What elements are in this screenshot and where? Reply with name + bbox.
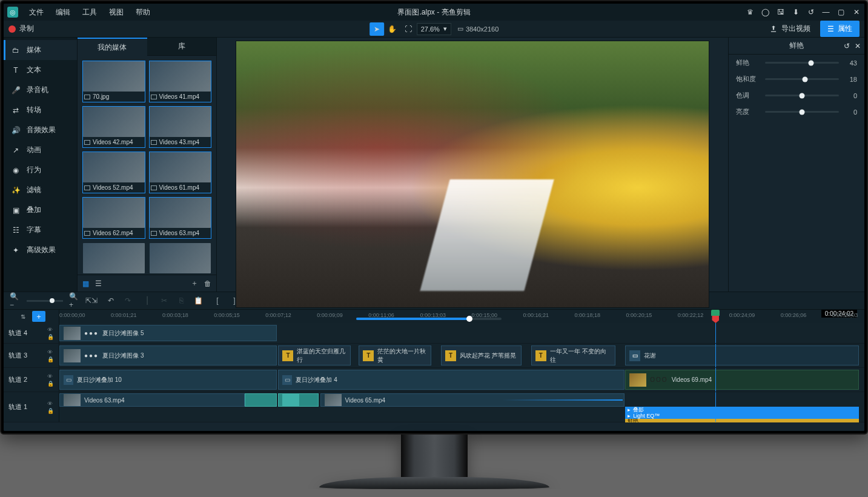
zoom-out-icon[interactable]: 🔍− — [10, 295, 21, 306]
export-button[interactable]: 导出视频 — [766, 21, 814, 36]
menu-view[interactable]: 视图 — [104, 5, 128, 20]
sidebar-item-animation[interactable]: ↗动画 — [4, 140, 77, 160]
prop-slider[interactable] — [765, 111, 839, 113]
crop-tool[interactable]: ⛶ — [401, 22, 416, 36]
save-icon[interactable]: 🖫 — [776, 8, 785, 17]
mark-in-icon[interactable]: [ — [212, 295, 223, 306]
media-thumb[interactable] — [149, 242, 212, 274]
sidebar-item-recorder[interactable]: 🎤录音机 — [4, 80, 77, 100]
title-clip[interactable]: ▭花谢 — [625, 345, 858, 365]
sidebar-item-text[interactable]: T文本 — [4, 60, 77, 80]
redo-icon[interactable]: ↷ — [122, 295, 133, 306]
sidebar-item-media[interactable]: 🗀媒体 — [4, 40, 77, 60]
record-button[interactable]: 录制 — [8, 24, 34, 34]
timeline-clip[interactable] — [278, 393, 318, 407]
lock-icon[interactable]: 🔒 — [47, 381, 54, 387]
resolution-display[interactable]: ▭ 3840x2160 — [457, 25, 499, 33]
eye-icon[interactable]: 👁 — [47, 349, 54, 355]
download-icon[interactable]: ⬇ — [791, 8, 800, 17]
menu-edit[interactable]: 编辑 — [51, 5, 75, 20]
zoom-slider[interactable] — [27, 300, 63, 302]
timeline-clip[interactable]: OOOVideos 69.mp4 — [625, 370, 858, 390]
prop-slider[interactable] — [765, 62, 839, 64]
playhead[interactable] — [711, 310, 720, 323]
media-thumb[interactable]: Videos 62.mp4 — [82, 197, 145, 239]
media-thumb[interactable]: Videos 52.mp4 — [82, 152, 145, 193]
fit-icon[interactable]: ⇱⇲ — [86, 295, 97, 306]
timeline-clip[interactable]: ●●●夏日沙滩图像 3 — [59, 345, 277, 365]
split-icon[interactable]: ⎮ — [142, 295, 153, 306]
app-logo: ◎ — [7, 7, 18, 18]
sidebar-item-transition[interactable]: ⇄转场 — [4, 100, 77, 120]
sidebar-item-audiofx[interactable]: 🔊音频效果 — [4, 120, 77, 140]
sidebar-item-overlay[interactable]: ▣叠加 — [4, 200, 77, 220]
add-media-icon[interactable]: ＋ — [191, 278, 198, 289]
account-icon[interactable]: ◯ — [761, 8, 770, 17]
title-clip[interactable]: T一年又一年 不变的向往 — [531, 345, 616, 365]
fx-strip[interactable]: ▸Light EQ™ — [625, 413, 858, 419]
fx-strip[interactable]: 鲜艳 — [625, 419, 858, 422]
pointer-tool[interactable]: ➤ — [369, 22, 384, 36]
window-title: 界面图.alpx - 亮鱼剪辑 — [397, 7, 470, 18]
undo-icon[interactable]: ↶ — [105, 295, 116, 306]
sidebar-item-subtitle[interactable]: ☷字幕 — [4, 220, 77, 240]
list-view-icon[interactable]: ☰ — [95, 279, 102, 288]
minimize-icon[interactable]: — — [821, 8, 830, 17]
copy-icon[interactable]: ⎘ — [176, 295, 187, 306]
close-icon[interactable]: ✕ — [852, 8, 861, 17]
eye-icon[interactable]: 👁 — [47, 373, 54, 379]
media-thumb[interactable]: Videos 63.mp4 — [149, 197, 212, 239]
paste-icon[interactable]: 📋 — [193, 295, 204, 306]
ruler-tick: 0:00:22;12 — [678, 312, 704, 318]
title-clip[interactable]: T湛蓝的天空归雁几行 — [278, 345, 351, 365]
sidebar-item-filter[interactable]: ✨滤镜 — [4, 180, 77, 200]
maximize-icon[interactable]: ▢ — [837, 8, 846, 17]
video-icon — [151, 185, 157, 190]
tab-library[interactable]: 库 — [147, 38, 217, 56]
prop-label: 饱和度 — [736, 75, 760, 84]
media-thumb[interactable]: Videos 42.mp4 — [82, 106, 145, 148]
prop-slider[interactable] — [765, 78, 839, 80]
menu-help[interactable]: 帮助 — [131, 5, 155, 20]
media-thumb[interactable]: Videos 41.mp4 — [149, 61, 212, 102]
properties-button[interactable]: ☰ 属性 — [820, 21, 860, 37]
timeline-clip[interactable]: Videos 63.mp4 — [59, 393, 245, 407]
time-ruler[interactable]: 0:00:24;02 0:00:00;000:00:01;210:00:03;1… — [59, 310, 864, 323]
grid-view-icon[interactable]: ▦ — [82, 279, 89, 288]
menu-tools[interactable]: 工具 — [78, 5, 102, 20]
hand-tool[interactable]: ✋ — [385, 22, 400, 36]
media-thumb[interactable] — [82, 242, 145, 274]
lock-icon[interactable]: 🔒 — [47, 356, 54, 362]
eye-icon[interactable]: 👁 — [47, 401, 54, 407]
menu-file[interactable]: 文件 — [24, 5, 48, 20]
sidebar-item-advanced[interactable]: ✦高级效果 — [4, 240, 77, 260]
fx-strip[interactable]: ▸叠影 — [625, 407, 858, 413]
zoom-select[interactable]: 27.6%▾ — [417, 23, 451, 35]
export-label: 导出视频 — [781, 24, 810, 34]
add-track-button[interactable]: ＋ — [32, 311, 45, 322]
prop-slider[interactable] — [765, 95, 839, 96]
track-options-icon[interactable]: ⇅ — [18, 311, 28, 322]
title-clip[interactable]: T风吹起芦花 芦苇摇晃 — [441, 345, 522, 365]
tab-my-media[interactable]: 我的媒体 — [78, 38, 147, 56]
eye-icon[interactable]: 👁 — [47, 327, 54, 333]
reset-icon[interactable]: ↺ — [844, 42, 850, 50]
lock-icon[interactable]: 🔒 — [47, 334, 54, 340]
media-thumb[interactable]: Videos 61.mp4 — [149, 152, 212, 193]
delete-media-icon[interactable]: 🗑 — [204, 279, 211, 288]
sync-icon[interactable]: ↺ — [806, 8, 815, 17]
zoom-in-icon[interactable]: 🔍+ — [69, 295, 80, 306]
media-thumb[interactable]: Videos 43.mp4 — [149, 106, 212, 148]
title-clip[interactable]: T茫茫的大地一片秋黄 — [359, 345, 431, 365]
transition-clip[interactable] — [245, 393, 277, 407]
cut-icon[interactable]: ✂ — [159, 295, 170, 306]
timeline-clip[interactable]: ▭夏日沙滩叠加 10 — [59, 370, 277, 390]
timeline-clip[interactable]: ●●●夏日沙滩图像 5 — [59, 325, 277, 341]
close-props-icon[interactable]: ✕ — [855, 42, 861, 50]
lock-icon[interactable]: 🔒 — [47, 408, 54, 414]
media-thumb[interactable]: 70.jpg — [82, 61, 145, 102]
sidebar-item-behavior[interactable]: ◉行为 — [4, 160, 77, 180]
preview-canvas[interactable] — [236, 41, 709, 307]
timeline-clip[interactable]: ▭夏日沙滩叠加 4 — [278, 370, 624, 390]
crown-icon[interactable]: ♛ — [746, 8, 755, 17]
